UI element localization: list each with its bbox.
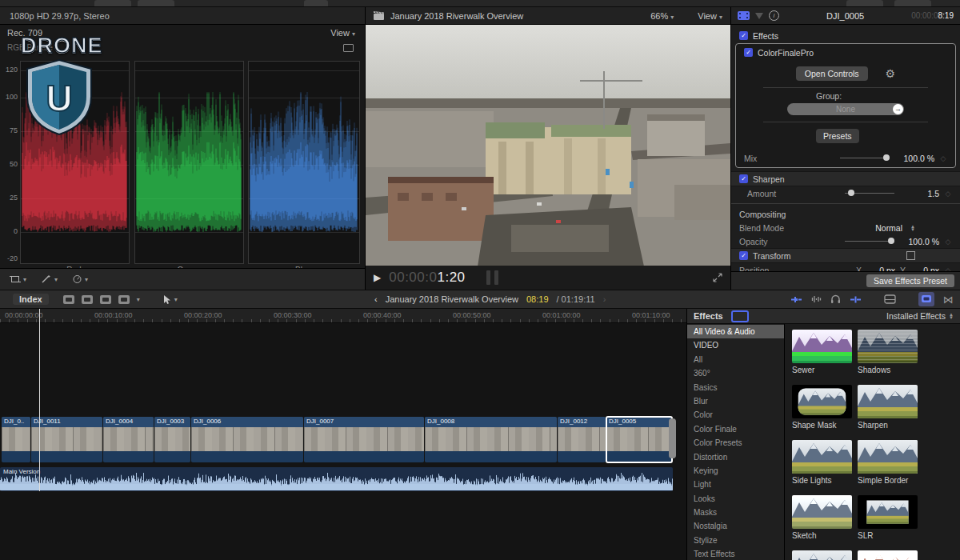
timeline[interactable]: 00:00:00:0000:00:10:0000:00:20:0000:00:3… [0, 309, 687, 560]
effects-checkbox[interactable]: ✓ [739, 31, 748, 40]
group-dropdown[interactable]: None → [787, 103, 904, 115]
audio-track[interactable]: Main Version [0, 467, 673, 491]
transitions-browser-icon[interactable]: ⋈ [943, 294, 954, 306]
select-tool-menu[interactable]: ▾ [162, 294, 178, 305]
effects-category[interactable]: Light [687, 478, 784, 491]
effects-category[interactable]: All [687, 353, 784, 366]
overwrite-edit-icon[interactable] [118, 295, 130, 304]
timeline-clip[interactable]: DJI_0006 [191, 417, 303, 462]
enhance-tool-button[interactable]: ▾ [41, 274, 58, 284]
effects-category[interactable]: Blur [687, 394, 784, 408]
fullscreen-icon[interactable] [713, 273, 722, 282]
snapping-icon[interactable] [850, 295, 862, 304]
effects-category[interactable]: Color Presets [687, 436, 784, 450]
effect-thumbnail[interactable] [858, 550, 918, 560]
effects-category[interactable]: Keying [687, 464, 784, 478]
search-button[interactable] [731, 310, 749, 322]
clip-appearance-icon[interactable] [884, 294, 896, 304]
timeline-clip[interactable]: DJI_0005 [606, 417, 672, 462]
playhead[interactable] [39, 309, 40, 491]
effect-thumbnail[interactable] [792, 495, 852, 529]
effect-thumbnail[interactable] [792, 385, 852, 418]
history-forward-button[interactable]: › [603, 294, 606, 304]
timeline-scrollbar[interactable] [669, 418, 676, 458]
effect-item[interactable]: Sewer [792, 330, 858, 385]
keyframe-icon[interactable]: ◇ [944, 190, 952, 198]
scope-view-menu[interactable]: View ▾ [330, 28, 355, 38]
effect-item[interactable] [858, 550, 923, 560]
timeline-ruler[interactable]: 00:00:00:0000:00:10:0000:00:20:0000:00:3… [0, 309, 686, 323]
mix-slider[interactable] [840, 158, 890, 158]
index-button[interactable]: Index [13, 294, 49, 305]
timeline-clip[interactable]: DJI_0007 [304, 417, 424, 462]
timeline-clip[interactable]: DJI_0003 [154, 417, 190, 462]
timeline-clip[interactable]: DJI_0011 [31, 417, 102, 462]
play-button[interactable]: ▶ [374, 272, 381, 283]
transform-onscreen-control-icon[interactable] [906, 251, 915, 260]
effect-thumbnail[interactable] [858, 495, 918, 529]
viewer-zoom-menu[interactable]: 66% ▾ [650, 11, 674, 21]
timeline-clip[interactable]: DJI_0012 [558, 417, 606, 462]
effect-item[interactable]: Sketch [792, 495, 858, 550]
opacity-slider[interactable] [845, 241, 894, 242]
color-inspector-tab-icon[interactable] [755, 13, 763, 19]
effect-item[interactable]: Shadows [858, 330, 923, 385]
keyframe-icon[interactable]: ◇ [939, 154, 947, 162]
effects-category[interactable]: Masks [687, 506, 784, 519]
display-icon[interactable] [343, 44, 354, 52]
colorfinale-checkbox[interactable]: ✓ [744, 48, 753, 57]
arrow-right-icon[interactable]: → [893, 104, 903, 114]
open-controls-button[interactable]: Open Controls [796, 66, 868, 81]
blend-mode-dropdown[interactable]: Normal [875, 223, 902, 233]
effect-item[interactable]: Sharpen [858, 385, 923, 440]
append-edit-icon[interactable] [100, 295, 111, 304]
retime-tool-button[interactable]: ▾ [72, 274, 88, 284]
effect-item[interactable]: Shape Mask [792, 385, 858, 440]
effects-category[interactable]: Distortion [687, 450, 784, 464]
effects-category[interactable]: All Video & Audio [687, 325, 784, 338]
presets-button[interactable]: Presets [816, 129, 859, 143]
effect-thumbnail[interactable] [858, 330, 918, 363]
effects-category[interactable]: Color [687, 408, 784, 422]
info-inspector-tab-icon[interactable]: i [769, 10, 779, 21]
effect-item[interactable]: Simple Border [858, 440, 923, 495]
viewer-view-menu[interactable]: View ▾ [698, 11, 722, 21]
effect-thumbnail[interactable] [792, 440, 852, 474]
effects-category[interactable]: Basics [687, 381, 784, 394]
installed-effects-filter[interactable]: Installed Effects ▲▼ [886, 311, 954, 321]
timeline-clip[interactable]: DJI_0004 [103, 417, 154, 462]
effects-category[interactable]: Color Finale [687, 422, 784, 436]
audio-skimming-icon[interactable] [790, 295, 802, 304]
transform-checkbox[interactable]: ✓ [739, 251, 748, 260]
gear-icon[interactable]: ⚙ [886, 67, 896, 80]
sharpen-checkbox[interactable]: ✓ [739, 174, 748, 183]
timeline-clip[interactable]: DJI_0.. [2, 417, 30, 462]
insert-edit-icon[interactable] [82, 295, 93, 304]
effects-category[interactable]: Text Effects [687, 547, 784, 560]
timeline-clip[interactable]: DJI_0008 [425, 417, 557, 462]
amount-slider[interactable] [845, 193, 894, 194]
effects-category[interactable]: Stylize [687, 534, 784, 547]
viewer-image[interactable] [366, 25, 730, 266]
video-inspector-tab-icon[interactable] [738, 11, 750, 20]
effect-item[interactable] [792, 550, 858, 560]
chevron-down-icon[interactable]: ▾ [137, 296, 140, 303]
headphones-icon[interactable] [830, 294, 841, 304]
effects-category[interactable]: 360° [687, 366, 784, 380]
effect-thumbnail[interactable] [858, 385, 918, 418]
effects-browser-toggle[interactable] [918, 292, 934, 306]
effects-category[interactable]: Nostalgia [687, 519, 784, 533]
solo-icon[interactable] [811, 294, 822, 304]
effect-thumbnail[interactable] [792, 330, 852, 363]
effect-thumbnail[interactable] [858, 440, 918, 474]
effects-category[interactable]: VIDEO [687, 338, 784, 352]
save-effects-preset-button[interactable]: Save Effects Preset [866, 274, 954, 287]
effect-item[interactable]: SLR [858, 495, 923, 550]
history-back-button[interactable]: ‹ [374, 294, 378, 304]
effect-thumbnail[interactable] [792, 550, 852, 560]
crop-tool-button[interactable]: ▾ [10, 274, 26, 284]
effect-item[interactable]: Side Lights [792, 440, 858, 495]
effects-category[interactable]: Looks [687, 492, 784, 506]
keyframe-icon[interactable]: ◇ [944, 238, 952, 246]
connect-edit-icon[interactable] [63, 295, 74, 304]
